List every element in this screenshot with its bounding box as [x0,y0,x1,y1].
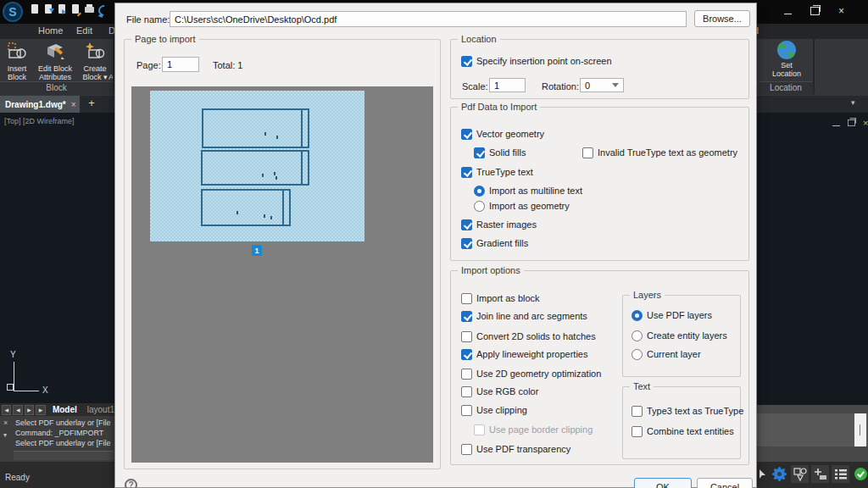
pdf-preview-rectangle [202,108,309,148]
doc-restore-icon[interactable] [848,119,855,126]
edit-block-attributes-button[interactable]: Edit Block Attributes [34,41,76,81]
raster-images-checkbox[interactable]: Raster images [461,219,537,230]
command-history-line: Select PDF underlay or [File [15,419,111,427]
rotation-select[interactable]: 0 [580,78,624,92]
print-icon[interactable] [85,4,94,14]
document-tab-active[interactable]: Drawing1.dwg* × [0,96,80,113]
tab-layout1[interactable]: layout1 [87,405,114,414]
truetype-text-checkbox[interactable]: TrueType text [461,167,533,178]
rgb-color-checkbox[interactable]: Use RGB color [461,386,538,397]
doc-minimize-icon[interactable] [832,125,840,126]
radio-icon[interactable] [474,186,485,197]
tab-home[interactable]: Home [38,25,63,36]
checkbox-icon[interactable] [461,349,472,360]
pdf-preview-page[interactable] [150,91,364,241]
scale-input[interactable] [489,78,526,92]
layout-tab-bar: ◀ ◀ ▶ ▶ Model layout1 [0,403,114,416]
list-lines-icon[interactable] [832,465,849,483]
combine-text-checkbox[interactable]: Combine text entities [632,426,734,437]
next-tab-icon[interactable]: ▶ [25,405,34,415]
tab-edit[interactable]: Edit [76,25,92,36]
checkbox-icon[interactable] [461,219,472,230]
checkbox-icon[interactable] [632,406,643,417]
checkbox-icon[interactable] [461,405,472,416]
join-segments-checkbox[interactable]: Join line and arc segments [461,311,587,322]
vector-geometry-checkbox[interactable]: Vector geometry [461,129,544,140]
save-file-icon[interactable] [58,4,67,14]
command-line-panel[interactable]: × ▾ Select PDF underlay or [File Command… [0,416,114,462]
checkbox-icon[interactable] [461,444,472,455]
layers-group: Layers Use PDF layers Create entity laye… [622,295,741,377]
page-number-input[interactable] [162,57,199,72]
open-file-icon[interactable] [44,4,53,14]
checkbox-icon[interactable] [474,147,485,158]
cmd-expand-icon[interactable]: ▾ [3,431,7,439]
solid-fills-checkbox[interactable]: Solid fills [474,147,526,158]
close-icon[interactable]: × [838,5,844,17]
use-pdf-layers-radio[interactable]: Use PDF layers [632,310,712,321]
lineweight-checkbox[interactable]: Apply lineweight properties [461,349,587,360]
new-tab-button[interactable]: + [85,97,98,109]
ribbon-collapse-icon[interactable]: ▾ [851,98,855,107]
radio-icon[interactable] [632,330,643,341]
app-logo-icon[interactable]: S [3,2,23,22]
chevron-down-icon [612,83,619,91]
use-clipping-checkbox[interactable]: Use clipping [461,405,527,416]
cmd-close-icon[interactable]: × [3,419,8,427]
specify-insertion-checkbox[interactable]: Specify insertion point on-screen [461,56,612,67]
dynamic-input-icon[interactable] [811,465,829,483]
checkbox-icon[interactable] [461,369,472,380]
page-number-badge[interactable]: 1 [252,245,262,256]
restore-icon[interactable] [810,7,820,15]
radio-icon[interactable] [474,201,485,212]
undo-icon[interactable] [98,4,108,14]
geometry-optimization-checkbox[interactable]: Use 2D geometry optimization [461,369,601,380]
edit-file-icon[interactable] [71,4,81,14]
checkbox-icon[interactable] [461,238,472,249]
minimize-icon[interactable] [784,14,792,14]
settings-gear-icon[interactable] [771,465,788,483]
command-scrollbar[interactable] [854,413,866,446]
pdf-transparency-checkbox[interactable]: Use PDF transparency [461,444,570,455]
last-tab-icon[interactable]: ▶ [36,405,45,415]
tab-model[interactable]: Model [53,405,77,414]
browse-button[interactable]: Browse... [694,10,750,27]
prev-tab-icon[interactable]: ◀ [13,405,22,415]
new-file-icon[interactable] [31,4,40,14]
help-button[interactable]: ? [125,479,137,488]
invalid-truetype-checkbox[interactable]: Invalid TrueType text as geometry [582,147,737,158]
command-input[interactable] [14,451,114,460]
green-check-icon[interactable] [852,465,868,483]
checkbox-icon[interactable] [461,311,472,322]
ok-button[interactable]: OK [634,478,692,488]
convert-solids-checkbox[interactable]: Convert 2D solids to hatches [461,331,596,342]
pdf-preview-area[interactable]: 1 [131,86,433,463]
import-geometry-radio[interactable]: Import as geometry [474,201,570,212]
insert-block-button[interactable]: Insert Block [0,41,34,81]
cursor-icon[interactable] [758,465,768,483]
file-name-input[interactable] [170,11,687,27]
checkbox-icon[interactable] [461,129,472,140]
cancel-button[interactable]: Cancel [697,478,753,488]
import-multiline-radio[interactable]: Import as multiline text [474,186,582,197]
radio-icon[interactable] [632,310,643,321]
create-entity-layers-radio[interactable]: Create entity layers [632,330,727,341]
set-location-button[interactable]: Set Location [765,41,808,78]
checkbox-icon[interactable] [461,293,472,304]
checkbox-icon[interactable] [461,56,472,67]
checkbox-icon[interactable] [461,386,472,397]
checkbox-icon[interactable] [632,426,643,437]
checkbox-icon[interactable] [461,167,472,178]
doc-close-icon[interactable]: × [863,118,868,128]
type3-truetype-checkbox[interactable]: Type3 text as TrueType [632,406,743,417]
first-tab-icon[interactable]: ◀ [2,405,11,415]
gradient-fills-checkbox[interactable]: Gradient fills [461,238,528,249]
checkbox-icon[interactable] [461,331,472,342]
viewport-label[interactable]: [Top] [2D Wireframe] [4,117,75,125]
tab-close-icon[interactable]: × [71,100,76,109]
checkbox-icon[interactable] [582,147,593,158]
current-layer-radio[interactable]: Current layer [632,349,701,360]
entity-snap-icon[interactable] [791,465,809,483]
import-as-block-checkbox[interactable]: Import as block [461,293,540,304]
radio-icon[interactable] [632,349,643,360]
